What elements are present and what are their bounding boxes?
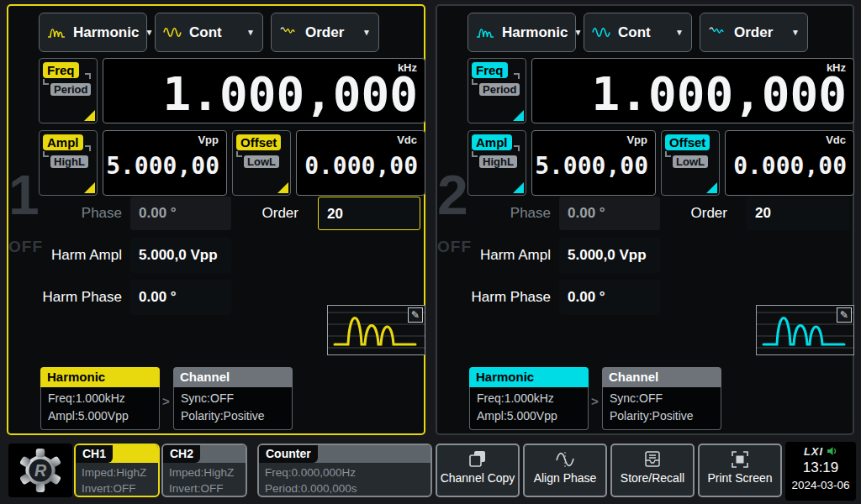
lxi-logo: LXI	[804, 445, 823, 458]
order-wave-icon	[279, 25, 299, 39]
print-screen-button[interactable]: Print Screen	[698, 444, 782, 497]
toggle-triangle-icon	[513, 182, 524, 193]
dropdown-label: Order	[734, 24, 785, 41]
harmonic-waveform-dropdown[interactable]: Harmonic ▼	[39, 13, 147, 52]
offset-lowl-selector[interactable]: Offset LowL	[661, 130, 720, 196]
waveform-preview[interactable]: ✎	[756, 305, 854, 355]
harmonic-info-tab[interactable]: Harmonic Freq:1.000kHz Ampl:5.000Vpp	[469, 367, 589, 430]
order-type-dropdown[interactable]: Order ▼	[700, 13, 808, 52]
edit-waveform-icon[interactable]: ✎	[408, 307, 423, 323]
chevron-down-icon: ▼	[145, 28, 153, 37]
status-clock: LXI 13:19 2024-03-06	[785, 442, 856, 501]
edit-waveform-icon[interactable]: ✎	[837, 307, 852, 323]
freq-badge[interactable]: Freq	[43, 62, 79, 78]
ch1-status-tab[interactable]: CH1 Imped:HighZ Invert:OFF	[74, 444, 160, 497]
phase-label: Phase	[462, 197, 551, 230]
chevron-down-icon: ▼	[362, 28, 371, 37]
info-tab-title[interactable]: Harmonic	[40, 367, 160, 387]
corner-bracket-icon	[514, 145, 520, 151]
freq-period-selector[interactable]: Freq Period	[39, 58, 98, 123]
order-type-dropdown[interactable]: Order ▼	[271, 13, 379, 52]
phase-field[interactable]: 0.00 °	[559, 197, 660, 230]
harmonic-info-tab[interactable]: Harmonic Freq:1.000kHz Ampl:5.000Vpp	[40, 367, 160, 430]
chevron-down-icon: ▼	[791, 28, 800, 37]
order-label: Order	[251, 197, 298, 230]
dropdown-label: Cont	[189, 24, 240, 41]
offset-lowl-selector[interactable]: Offset LowL	[232, 130, 291, 196]
offset-badge[interactable]: Offset	[665, 134, 710, 150]
order-field[interactable]: 20	[318, 197, 420, 230]
info-tab-title[interactable]: Harmonic	[469, 367, 589, 387]
info-row: Polarity:Positive	[181, 407, 285, 425]
speaker-icon	[827, 446, 837, 456]
chevron-down-icon: ▼	[675, 28, 684, 37]
channel-copy-button[interactable]: Channel Copy	[436, 444, 520, 497]
harm-ampl-field[interactable]: 5.000,0 Vpp	[130, 238, 231, 273]
rigol-gear-logo-icon: R	[18, 448, 63, 493]
harm-phase-field[interactable]: 0.00 °	[130, 280, 231, 315]
freq-display[interactable]: kHz 1.000,000	[103, 58, 425, 123]
toggle-triangle-icon	[84, 182, 95, 193]
toggle-triangle-icon	[277, 182, 288, 193]
corner-bracket-icon	[236, 151, 242, 157]
freq-period-selector[interactable]: Freq Period	[467, 58, 526, 123]
ampl-badge[interactable]: Ampl	[43, 134, 83, 150]
info-row: Freq:1.000kHz	[48, 390, 152, 407]
ampl-display[interactable]: Vpp 5.000,00	[103, 130, 227, 196]
ampl-highl-selector[interactable]: Ampl HighL	[467, 130, 526, 196]
ampl-value: 5.000,00	[106, 152, 219, 180]
status-row: Period:0.000,000s	[265, 480, 425, 496]
status-row: Invert:OFF	[169, 480, 240, 496]
period-badge[interactable]: Period	[50, 83, 91, 96]
system-menu-button[interactable]: R	[8, 444, 72, 497]
info-row: Polarity:Positive	[610, 407, 714, 425]
align-phase-button[interactable]: Align Phase	[523, 444, 607, 497]
info-tab-title[interactable]: Channel	[173, 367, 293, 387]
harmonic-wave-icon	[476, 25, 496, 39]
freq-badge[interactable]: Freq	[472, 62, 508, 78]
harm-phase-label: Harm Phase	[24, 280, 122, 315]
offset-value: 0.000,00	[304, 152, 418, 180]
dropdown-label: Harmonic	[73, 24, 139, 41]
channel-info-tab[interactable]: Channel Sync:OFF Polarity:Positive	[602, 367, 721, 430]
counter-status-tab[interactable]: Counter Freq:0.000,000Hz Period:0.000,00…	[257, 444, 432, 497]
channel-info-tab[interactable]: Channel Sync:OFF Polarity:Positive	[173, 367, 293, 430]
lowl-badge[interactable]: LowL	[673, 155, 708, 168]
ampl-unit: Vpp	[626, 134, 647, 146]
ampl-badge[interactable]: Ampl	[472, 134, 512, 150]
offset-display[interactable]: Vdc 0.000,00	[725, 130, 854, 196]
info-tab-title[interactable]: Channel	[602, 367, 721, 387]
corner-bracket-icon	[85, 73, 91, 79]
ampl-highl-selector[interactable]: Ampl HighL	[39, 130, 98, 196]
info-row: Sync:OFF	[181, 390, 285, 407]
phase-field[interactable]: 0.00 °	[130, 197, 231, 230]
ch2-status-tab[interactable]: CH2 Imped:HighZ Invert:OFF	[161, 444, 247, 497]
lowl-badge[interactable]: LowL	[244, 155, 279, 168]
order-wave-icon	[708, 25, 728, 39]
harm-phase-label: Harm Phase	[452, 280, 551, 315]
freq-display[interactable]: kHz 1.000,000	[531, 58, 854, 123]
counter-tab-title: Counter	[259, 445, 318, 463]
store-recall-button[interactable]: Store/Recall	[610, 444, 695, 497]
run-mode-dropdown[interactable]: Cont ▼	[155, 13, 263, 52]
period-badge[interactable]: Period	[479, 83, 520, 96]
ch2-tab-title: CH2	[163, 445, 200, 463]
highl-badge[interactable]: HighL	[50, 155, 88, 168]
offset-badge[interactable]: Offset	[236, 134, 281, 150]
button-label: Channel Copy	[437, 470, 518, 486]
harm-phase-field[interactable]: 0.00 °	[559, 280, 660, 315]
highl-badge[interactable]: HighL	[479, 155, 517, 168]
order-field[interactable]: 20	[747, 197, 849, 230]
offset-unit: Vdc	[397, 134, 417, 146]
run-mode-dropdown[interactable]: Cont ▼	[584, 13, 692, 52]
ampl-display[interactable]: Vpp 5.000,00	[531, 130, 656, 196]
screenshot-icon	[729, 449, 751, 470]
waveform-preview[interactable]: ✎	[327, 305, 425, 355]
button-label: Store/Recall	[612, 470, 693, 486]
chevron-down-icon: ▼	[246, 28, 255, 37]
corner-bracket-icon	[472, 79, 478, 85]
harmonic-waveform-dropdown[interactable]: Harmonic ▼	[467, 13, 576, 52]
svg-text:R: R	[34, 461, 47, 480]
harm-ampl-field[interactable]: 5.000,0 Vpp	[559, 238, 660, 273]
offset-display[interactable]: Vdc 0.000,00	[296, 130, 425, 196]
